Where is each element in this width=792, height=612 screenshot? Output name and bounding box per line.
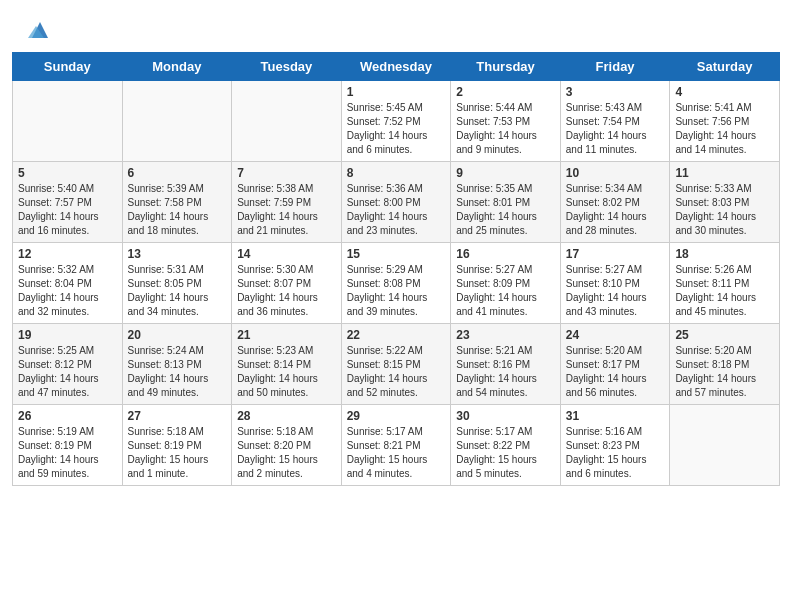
calendar-cell: 30Sunrise: 5:17 AMSunset: 8:22 PMDayligh…: [451, 405, 561, 486]
calendar-header: SundayMondayTuesdayWednesdayThursdayFrid…: [13, 53, 780, 81]
day-info: Sunrise: 5:20 AMSunset: 8:18 PMDaylight:…: [675, 344, 774, 400]
calendar-cell: 21Sunrise: 5:23 AMSunset: 8:14 PMDayligh…: [232, 324, 342, 405]
day-number: 19: [18, 328, 117, 342]
day-info: Sunrise: 5:27 AMSunset: 8:10 PMDaylight:…: [566, 263, 665, 319]
col-header-sunday: Sunday: [13, 53, 123, 81]
calendar-cell: 8Sunrise: 5:36 AMSunset: 8:00 PMDaylight…: [341, 162, 451, 243]
day-info: Sunrise: 5:43 AMSunset: 7:54 PMDaylight:…: [566, 101, 665, 157]
day-number: 23: [456, 328, 555, 342]
col-header-saturday: Saturday: [670, 53, 780, 81]
day-number: 13: [128, 247, 227, 261]
calendar-cell: 16Sunrise: 5:27 AMSunset: 8:09 PMDayligh…: [451, 243, 561, 324]
day-info: Sunrise: 5:45 AMSunset: 7:52 PMDaylight:…: [347, 101, 446, 157]
day-info: Sunrise: 5:23 AMSunset: 8:14 PMDaylight:…: [237, 344, 336, 400]
day-info: Sunrise: 5:31 AMSunset: 8:05 PMDaylight:…: [128, 263, 227, 319]
day-info: Sunrise: 5:40 AMSunset: 7:57 PMDaylight:…: [18, 182, 117, 238]
day-info: Sunrise: 5:36 AMSunset: 8:00 PMDaylight:…: [347, 182, 446, 238]
day-info: Sunrise: 5:17 AMSunset: 8:21 PMDaylight:…: [347, 425, 446, 481]
calendar-cell: 9Sunrise: 5:35 AMSunset: 8:01 PMDaylight…: [451, 162, 561, 243]
calendar-cell: 6Sunrise: 5:39 AMSunset: 7:58 PMDaylight…: [122, 162, 232, 243]
day-number: 30: [456, 409, 555, 423]
day-number: 11: [675, 166, 774, 180]
day-number: 9: [456, 166, 555, 180]
day-info: Sunrise: 5:27 AMSunset: 8:09 PMDaylight:…: [456, 263, 555, 319]
calendar-cell: 22Sunrise: 5:22 AMSunset: 8:15 PMDayligh…: [341, 324, 451, 405]
day-number: 12: [18, 247, 117, 261]
day-number: 4: [675, 85, 774, 99]
logo-icon: [26, 16, 54, 44]
calendar-cell: 24Sunrise: 5:20 AMSunset: 8:17 PMDayligh…: [560, 324, 670, 405]
day-number: 18: [675, 247, 774, 261]
calendar-cell: 26Sunrise: 5:19 AMSunset: 8:19 PMDayligh…: [13, 405, 123, 486]
day-info: Sunrise: 5:19 AMSunset: 8:19 PMDaylight:…: [18, 425, 117, 481]
day-number: 22: [347, 328, 446, 342]
day-info: Sunrise: 5:44 AMSunset: 7:53 PMDaylight:…: [456, 101, 555, 157]
calendar-cell: 7Sunrise: 5:38 AMSunset: 7:59 PMDaylight…: [232, 162, 342, 243]
calendar-cell: 10Sunrise: 5:34 AMSunset: 8:02 PMDayligh…: [560, 162, 670, 243]
col-header-monday: Monday: [122, 53, 232, 81]
day-number: 25: [675, 328, 774, 342]
day-info: Sunrise: 5:24 AMSunset: 8:13 PMDaylight:…: [128, 344, 227, 400]
logo: [20, 16, 54, 44]
day-number: 31: [566, 409, 665, 423]
calendar-container: SundayMondayTuesdayWednesdayThursdayFrid…: [0, 52, 792, 498]
day-number: 1: [347, 85, 446, 99]
calendar-cell: 5Sunrise: 5:40 AMSunset: 7:57 PMDaylight…: [13, 162, 123, 243]
calendar-cell: 14Sunrise: 5:30 AMSunset: 8:07 PMDayligh…: [232, 243, 342, 324]
day-info: Sunrise: 5:30 AMSunset: 8:07 PMDaylight:…: [237, 263, 336, 319]
day-info: Sunrise: 5:20 AMSunset: 8:17 PMDaylight:…: [566, 344, 665, 400]
page-header: [0, 0, 792, 52]
day-info: Sunrise: 5:17 AMSunset: 8:22 PMDaylight:…: [456, 425, 555, 481]
calendar-cell: 11Sunrise: 5:33 AMSunset: 8:03 PMDayligh…: [670, 162, 780, 243]
calendar-cell: 29Sunrise: 5:17 AMSunset: 8:21 PMDayligh…: [341, 405, 451, 486]
day-number: 26: [18, 409, 117, 423]
calendar-table: SundayMondayTuesdayWednesdayThursdayFrid…: [12, 52, 780, 486]
calendar-cell: 17Sunrise: 5:27 AMSunset: 8:10 PMDayligh…: [560, 243, 670, 324]
day-number: 14: [237, 247, 336, 261]
day-info: Sunrise: 5:35 AMSunset: 8:01 PMDaylight:…: [456, 182, 555, 238]
day-number: 20: [128, 328, 227, 342]
day-info: Sunrise: 5:39 AMSunset: 7:58 PMDaylight:…: [128, 182, 227, 238]
day-info: Sunrise: 5:22 AMSunset: 8:15 PMDaylight:…: [347, 344, 446, 400]
calendar-cell: 27Sunrise: 5:18 AMSunset: 8:19 PMDayligh…: [122, 405, 232, 486]
calendar-cell: 25Sunrise: 5:20 AMSunset: 8:18 PMDayligh…: [670, 324, 780, 405]
calendar-cell: 13Sunrise: 5:31 AMSunset: 8:05 PMDayligh…: [122, 243, 232, 324]
calendar-cell: 19Sunrise: 5:25 AMSunset: 8:12 PMDayligh…: [13, 324, 123, 405]
calendar-cell: 18Sunrise: 5:26 AMSunset: 8:11 PMDayligh…: [670, 243, 780, 324]
col-header-friday: Friday: [560, 53, 670, 81]
col-header-tuesday: Tuesday: [232, 53, 342, 81]
day-info: Sunrise: 5:29 AMSunset: 8:08 PMDaylight:…: [347, 263, 446, 319]
calendar-cell: [122, 81, 232, 162]
day-info: Sunrise: 5:38 AMSunset: 7:59 PMDaylight:…: [237, 182, 336, 238]
col-header-wednesday: Wednesday: [341, 53, 451, 81]
day-info: Sunrise: 5:33 AMSunset: 8:03 PMDaylight:…: [675, 182, 774, 238]
day-info: Sunrise: 5:18 AMSunset: 8:19 PMDaylight:…: [128, 425, 227, 481]
day-number: 7: [237, 166, 336, 180]
col-header-thursday: Thursday: [451, 53, 561, 81]
calendar-cell: [232, 81, 342, 162]
day-number: 8: [347, 166, 446, 180]
day-number: 15: [347, 247, 446, 261]
day-number: 29: [347, 409, 446, 423]
day-info: Sunrise: 5:32 AMSunset: 8:04 PMDaylight:…: [18, 263, 117, 319]
calendar-cell: [670, 405, 780, 486]
day-info: Sunrise: 5:26 AMSunset: 8:11 PMDaylight:…: [675, 263, 774, 319]
calendar-cell: 4Sunrise: 5:41 AMSunset: 7:56 PMDaylight…: [670, 81, 780, 162]
calendar-cell: 12Sunrise: 5:32 AMSunset: 8:04 PMDayligh…: [13, 243, 123, 324]
day-info: Sunrise: 5:21 AMSunset: 8:16 PMDaylight:…: [456, 344, 555, 400]
day-number: 17: [566, 247, 665, 261]
calendar-cell: [13, 81, 123, 162]
day-number: 27: [128, 409, 227, 423]
calendar-cell: 1Sunrise: 5:45 AMSunset: 7:52 PMDaylight…: [341, 81, 451, 162]
calendar-cell: 3Sunrise: 5:43 AMSunset: 7:54 PMDaylight…: [560, 81, 670, 162]
day-info: Sunrise: 5:16 AMSunset: 8:23 PMDaylight:…: [566, 425, 665, 481]
day-number: 24: [566, 328, 665, 342]
day-number: 28: [237, 409, 336, 423]
calendar-cell: 20Sunrise: 5:24 AMSunset: 8:13 PMDayligh…: [122, 324, 232, 405]
day-number: 2: [456, 85, 555, 99]
calendar-cell: 31Sunrise: 5:16 AMSunset: 8:23 PMDayligh…: [560, 405, 670, 486]
day-info: Sunrise: 5:25 AMSunset: 8:12 PMDaylight:…: [18, 344, 117, 400]
calendar-cell: 2Sunrise: 5:44 AMSunset: 7:53 PMDaylight…: [451, 81, 561, 162]
day-info: Sunrise: 5:18 AMSunset: 8:20 PMDaylight:…: [237, 425, 336, 481]
calendar-cell: 23Sunrise: 5:21 AMSunset: 8:16 PMDayligh…: [451, 324, 561, 405]
